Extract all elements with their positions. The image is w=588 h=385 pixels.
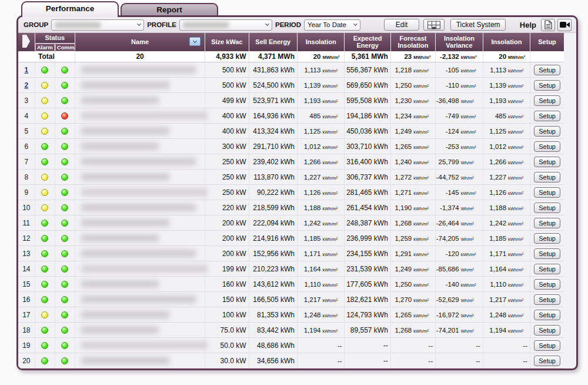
setup-button[interactable]: Setup (534, 356, 560, 366)
comm-led (61, 128, 68, 135)
grid-view-button[interactable] (423, 19, 445, 31)
comm-led (61, 82, 68, 89)
row-number[interactable]: 2 (24, 81, 28, 89)
redacted-plant-name (81, 173, 169, 181)
setup-cell: Setup (530, 108, 564, 124)
forecast-insolation-cell: 1,230kWh/m² (390, 93, 435, 108)
expected-energy-cell: 177,605 kWh (345, 277, 390, 292)
group-select[interactable] (51, 19, 144, 31)
plant-name-cell (75, 231, 205, 246)
setup-button[interactable]: Setup (534, 294, 560, 305)
setup-button[interactable]: Setup (534, 172, 560, 182)
forecast-insolation-cell: 1,272kWh/m² (390, 170, 435, 185)
ticket-system-button[interactable]: Ticket System (450, 19, 506, 31)
total-label: Total (18, 51, 75, 62)
comm-status-cell (55, 246, 75, 261)
redacted-plant-name (81, 97, 159, 104)
setup-cell: Setup (530, 93, 564, 108)
setup-cell: Setup (530, 200, 564, 215)
setup-button[interactable]: Setup (534, 111, 560, 121)
size-cell: 250 kW (205, 185, 249, 200)
redacted-group-value (55, 22, 101, 28)
row-number[interactable]: 6 (24, 142, 28, 151)
toolbar: GROUP PROFILE PERIOD Year To Date Edit (18, 17, 576, 33)
row-number[interactable]: 12 (22, 234, 30, 243)
tab-performance[interactable]: Performance (21, 1, 119, 17)
setup-button[interactable]: Setup (534, 157, 560, 167)
alarm-status-cell (35, 108, 55, 124)
right-arrow-icon (22, 34, 31, 48)
insolation-2-cell: 485kWh/m² (483, 108, 530, 124)
comm-status-cell (55, 108, 75, 124)
row-number[interactable]: 8 (24, 173, 28, 181)
row-number[interactable]: 7 (24, 158, 28, 166)
setup-button[interactable]: Setup (534, 340, 560, 351)
expected-energy-cell: 234,155 kWh (345, 246, 390, 261)
setup-button[interactable]: Setup (534, 279, 560, 290)
setup-button[interactable]: Setup (534, 126, 560, 137)
expected-energy-cell: 124,793 kWh (345, 307, 390, 323)
setup-button[interactable]: Setup (534, 325, 560, 336)
name-sort-button[interactable] (189, 37, 201, 46)
row-number[interactable]: 1 (24, 66, 28, 74)
comm-led (61, 97, 68, 104)
insolation-variance-cell: -85,686Wh/m² (436, 261, 483, 277)
period-value: Year To Date (308, 21, 346, 28)
comm-led (61, 143, 68, 150)
table-row: 11 200 kW 222,094 kWh 1,242kWh/m² 248,38… (18, 215, 564, 231)
row-number[interactable]: 4 (24, 112, 28, 120)
expected-energy-cell: 236,999 kWh (345, 231, 390, 246)
insolation-variance-cell: -- (436, 338, 483, 353)
setup-button[interactable]: Setup (534, 264, 560, 274)
forecast-insolation-cell: 1,291kWh/m² (390, 246, 435, 261)
row-number[interactable]: 11 (23, 219, 30, 227)
row-number[interactable]: 18 (22, 326, 30, 334)
tab-report[interactable]: Report (121, 3, 218, 15)
insolation-cell: 1,139kWh/m² (298, 78, 345, 93)
setup-button[interactable]: Setup (534, 80, 560, 91)
row-number[interactable]: 3 (24, 97, 28, 105)
setup-button[interactable]: Setup (534, 248, 560, 259)
row-number-cell: 1 (18, 62, 35, 78)
setup-button[interactable]: Setup (534, 203, 560, 213)
row-number[interactable]: 5 (24, 127, 28, 135)
row-number[interactable]: 16 (22, 296, 30, 304)
alarm-status-cell (35, 93, 55, 108)
setup-button[interactable]: Setup (534, 65, 560, 75)
setup-button[interactable]: Setup (534, 187, 560, 198)
total-setup-cell (530, 51, 564, 62)
insolation-2-cell: 1,164kWh/m² (483, 261, 530, 277)
row-number[interactable]: 13 (22, 250, 30, 258)
setup-button[interactable]: Setup (534, 218, 560, 228)
comm-status-cell (55, 200, 75, 215)
comm-status-cell (55, 124, 75, 139)
table-row: 13 200 kW 152,956 kWh 1,171kWh/m² 234,15… (18, 246, 564, 261)
setup-button[interactable]: Setup (534, 141, 560, 152)
period-select[interactable]: Year To Date (304, 19, 360, 31)
comm-status-cell (55, 93, 75, 108)
insolation-cell: 1,242kWh/m² (298, 215, 345, 231)
edit-button[interactable]: Edit (384, 19, 419, 31)
row-number[interactable]: 14 (22, 265, 30, 273)
row-number[interactable]: 17 (22, 311, 30, 319)
table-row: 20 30.0 kW 34,656 kWh -- -- -- -- -- Set… (18, 353, 564, 369)
row-number[interactable]: 9 (24, 188, 28, 197)
forecast-insolation-cell: 1,218kWh/m² (390, 62, 435, 78)
plant-name-cell (75, 185, 205, 200)
help-document-button[interactable] (541, 19, 555, 31)
insolation-2-cell: 1,266kWh/m² (483, 154, 530, 170)
row-number[interactable]: 15 (22, 280, 30, 288)
row-number[interactable]: 10 (22, 204, 30, 212)
profile-select[interactable] (179, 19, 272, 31)
row-number[interactable]: 20 (22, 357, 30, 365)
row-number[interactable]: 19 (22, 341, 30, 350)
setup-button[interactable]: Setup (534, 95, 560, 106)
setup-button[interactable]: Setup (534, 233, 560, 244)
help-video-button[interactable] (557, 19, 572, 31)
plant-name-cell (75, 261, 205, 277)
comm-status-cell (55, 353, 75, 369)
alarm-status-cell (35, 154, 55, 170)
insolation-variance-cell: -74,201Wh/m² (436, 323, 483, 338)
setup-button[interactable]: Setup (534, 310, 560, 320)
alarm-led (41, 143, 48, 150)
